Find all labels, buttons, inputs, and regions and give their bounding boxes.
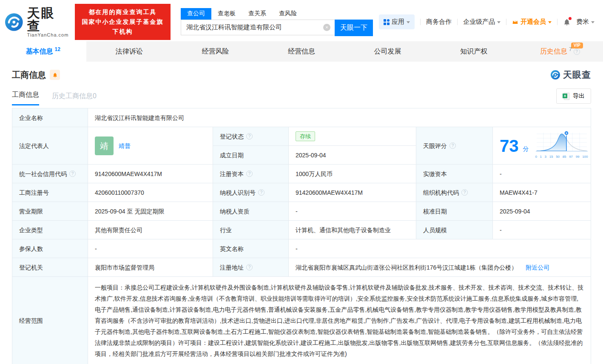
caret-down-icon <box>497 21 501 23</box>
label-text: 天眼评分 <box>423 141 447 151</box>
subscribe-bell-button[interactable] <box>50 70 60 80</box>
score-cell: 73 分 <box>493 127 595 164</box>
reg-address-label: 注册地址 <box>213 258 289 276</box>
caret-down-icon <box>407 21 410 23</box>
tab-basic-info[interactable]: 基本信息 12 <box>0 41 86 62</box>
help-icon[interactable] <box>246 133 253 139</box>
search-tab-boss[interactable]: 查老板 <box>211 8 242 20</box>
help-icon[interactable] <box>69 171 76 177</box>
watermark-logo: 天眼查 <box>550 69 591 81</box>
search-input[interactable] <box>181 20 335 35</box>
org-code-value: MAEW4X41-7 <box>493 183 591 202</box>
help-icon[interactable] <box>449 142 456 149</box>
nav-enterprise-label: 企业级产品 <box>463 18 495 26</box>
nearby-companies-link[interactable]: 附近公司 <box>526 263 549 272</box>
nav-enterprise[interactable]: 企业级产品 <box>463 18 501 26</box>
logo-swirl-icon <box>4 12 24 32</box>
tab-label: 基本信息 <box>26 47 53 56</box>
nav-cooperation[interactable]: 商务合作 <box>426 18 452 26</box>
legal-rep-cell: 靖 靖普 <box>88 127 213 164</box>
status-date-block: 登记状态 存续 成立日期 2025-09-04 <box>213 127 416 164</box>
logo-title: 天眼查 <box>27 7 69 32</box>
business-scope-label: 经营范围 <box>12 277 88 364</box>
page-header: 天眼查 TianYanCha.com 都在用的商业查询工具 国家中小企业发展子基… <box>0 0 603 41</box>
reg-authority-value: 襄阳市市场监督管理局 <box>88 258 213 276</box>
bell-curve-chart <box>535 130 589 152</box>
axis-tick: 1 <box>540 152 542 162</box>
tab-legal[interactable]: 法律诉讼 <box>86 41 173 62</box>
vip-badge: VIP <box>571 43 583 48</box>
tianyancha-logo[interactable]: 天眼查 TianYanCha.com <box>4 7 69 37</box>
reg-status-cell: 存续 <box>289 127 416 145</box>
credit-code-label: 统一社会信用代码 <box>12 165 88 183</box>
logo-domain: TianYanCha.com <box>27 32 69 37</box>
chart-axis: 0 1 3 15 50 85 97 99 100 <box>535 152 589 162</box>
slogan-line2: 国家中小企业发展子基金旗下机构 <box>80 17 165 37</box>
avatar[interactable]: 靖 <box>95 136 114 155</box>
tab-label: 公司发展 <box>374 47 401 56</box>
subtab-business-info[interactable]: 工商信息 <box>12 91 39 105</box>
notification-bell[interactable] <box>563 18 571 26</box>
company-name-label: 企业名称 <box>12 108 88 127</box>
label-text: 注册资本 <box>220 169 244 179</box>
tab-intellectual-property[interactable]: 知识产权 <box>431 41 517 62</box>
help-icon[interactable] <box>246 264 253 270</box>
table-row: 统一社会信用代码 91420600MAEW4X417M 注册资本 1000万人民… <box>12 165 591 183</box>
help-icon[interactable] <box>258 189 265 196</box>
search-button[interactable]: 天眼一下 <box>335 20 373 36</box>
tab-label: 历史信息 <box>540 47 567 56</box>
axis-tick: 85 <box>563 152 566 162</box>
help-icon[interactable] <box>246 171 253 177</box>
axis-tick: 100 <box>582 152 588 162</box>
tab-operation-info[interactable]: 经营信息 <box>259 41 345 62</box>
search-area: 查公司 查老板 查关系 查风险 天眼一下 <box>181 8 373 36</box>
table-row: 登记机关 襄阳市市场监督管理局 注册地址 湖北省襄阳市襄城区真武山街道张公祠社区… <box>12 258 591 277</box>
help-icon[interactable] <box>574 48 580 55</box>
nav-apps-label: 应用 <box>392 18 404 26</box>
section-title: 工商信息 <box>12 69 46 81</box>
staff-size-label: 人员规模 <box>416 221 493 239</box>
help-icon[interactable] <box>461 189 468 196</box>
table-row: 参保人数 - 英文名称 - <box>12 239 591 258</box>
tab-company-development[interactable]: 公司发展 <box>344 41 431 62</box>
status-badge: 存续 <box>296 131 315 141</box>
score-unit: 分 <box>523 144 529 154</box>
establish-date-label: 成立日期 <box>213 146 289 164</box>
taxpayer-quality-value: - <box>289 202 416 220</box>
bell-icon <box>52 72 58 78</box>
company-type-value: 其他有限责任公司 <box>88 221 213 239</box>
search-tab-relation[interactable]: 查关系 <box>242 8 273 20</box>
export-button[interactable]: 导出 <box>556 88 591 104</box>
reg-capital-label: 注册资本 <box>213 165 289 183</box>
taxpayer-id-value: 91420600MAEW4X417M <box>289 183 416 202</box>
clear-search-icon[interactable] <box>323 24 330 31</box>
label-text: 组织机构代码 <box>423 188 459 197</box>
taxpayer-id-label: 纳税人识别号 <box>213 183 289 202</box>
tab-label: 经营风险 <box>202 47 229 56</box>
business-scope-value: 一般项目：承接总公司工程建设业务,计算机软硬件及外围设备制造,计算机软硬件及辅助… <box>88 277 591 364</box>
excel-icon <box>563 93 569 100</box>
search-tab-company[interactable]: 查公司 <box>181 8 211 20</box>
legal-rep-link[interactable]: 靖普 <box>119 141 131 151</box>
tab-history-info[interactable]: VIP 历史信息 7 <box>517 41 603 62</box>
label-text: 统一社会信用代码 <box>19 169 67 179</box>
company-type-label: 企业类型 <box>12 221 88 239</box>
staff-size-value: - <box>493 221 591 239</box>
business-term-label: 营业期限 <box>12 202 88 220</box>
notification-dot <box>569 17 572 20</box>
nav-apps[interactable]: 应用 <box>379 14 415 29</box>
establish-date-value: 2025-09-04 <box>289 146 416 164</box>
business-info-table: 企业名称 湖北省汉江科讯智能建造有限公司 法定代表人 靖 靖普 登记状态 存续 … <box>12 108 591 364</box>
tab-label: 法律诉讼 <box>116 47 143 56</box>
nav-divider <box>457 19 458 25</box>
nav-open-vip[interactable]: 开通会员 <box>512 18 552 26</box>
nav-user[interactable]: 费米 <box>576 18 594 26</box>
english-name-label: 英文名称 <box>213 239 289 258</box>
search-tab-risk[interactable]: 查风险 <box>273 8 303 20</box>
tab-operation-risk[interactable]: 经营风险 <box>172 41 259 62</box>
org-code-label: 组织机构代码 <box>416 183 493 202</box>
subtab-history-info[interactable]: 历史工商信息0 <box>52 92 97 105</box>
watermark-text: 天眼查 <box>563 69 591 81</box>
industry-label: 行业 <box>213 221 289 239</box>
subtab-bar: 工商信息 历史工商信息0 导出 <box>12 88 591 105</box>
